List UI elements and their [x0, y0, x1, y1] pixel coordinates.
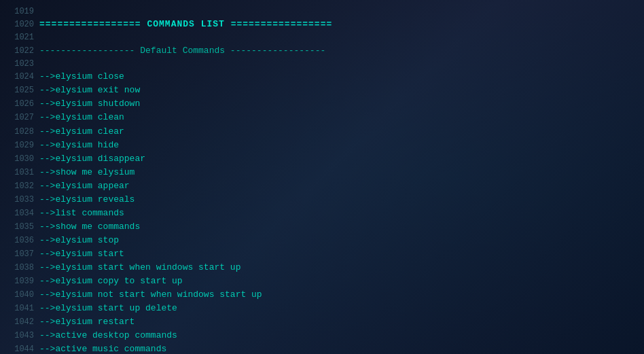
terminal-line: 1034-->list commands [8, 207, 636, 220]
terminal-line: 1025-->elysium exit now [8, 84, 636, 97]
terminal-line: 1041-->elysium start up delete [8, 302, 636, 315]
line-text: -->active music commands [39, 342, 166, 354]
line-text: -->elysium disappear [39, 152, 145, 166]
line-number: 1042 [8, 316, 34, 328]
terminal-line: 1022------------------ Default Commands … [8, 44, 636, 58]
line-number: 1023 [8, 58, 34, 70]
line-text: ================= COMMANDS LIST ========… [39, 18, 332, 31]
terminal-line: 1031-->show me elysium [8, 166, 636, 179]
lines-container: 10191020================= COMMANDS LIST … [8, 5, 636, 354]
terminal-line: 1043-->active desktop commands [8, 329, 636, 342]
terminal-line: 1021 [8, 31, 636, 43]
line-text: -->elysium shutdown [39, 97, 140, 111]
line-text: -->elysium start [39, 247, 124, 261]
line-number: 1025 [8, 84, 34, 96]
line-number: 1044 [8, 343, 34, 354]
terminal-line: 1037-->elysium start [8, 247, 636, 261]
line-text: -->elysium restart [39, 315, 135, 329]
terminal-line: 1036-->elysium stop [8, 234, 636, 247]
terminal-line: 1023 [8, 58, 636, 70]
line-number: 1040 [8, 289, 34, 301]
line-number: 1035 [8, 221, 34, 233]
terminal-line: 1019 [8, 5, 636, 18]
line-number: 1028 [8, 126, 34, 138]
line-text: -->elysium clean [39, 111, 124, 124]
terminal-line: 1027-->elysium clean [8, 111, 636, 124]
line-text: -->elysium start up delete [39, 302, 177, 315]
line-number: 1020 [8, 18, 34, 31]
terminal-line: 1033-->elysium reveals [8, 193, 636, 207]
terminal-line: 1024-->elysium close [8, 70, 636, 84]
line-number: 1034 [8, 207, 34, 219]
terminal-line: 1044-->active music commands [8, 342, 636, 354]
terminal-line: 1040-->elysium not start when windows st… [8, 288, 636, 302]
line-number: 1038 [8, 262, 34, 274]
line-text: -->elysium exit now [39, 84, 140, 97]
line-number: 1019 [8, 5, 34, 18]
line-text: -->elysium not start when windows start … [39, 288, 262, 302]
terminal-line: 1038-->elysium start when windows start … [8, 261, 636, 275]
line-number: 1030 [8, 153, 34, 165]
line-text: -->show me commands [39, 220, 140, 234]
line-number: 1021 [8, 31, 34, 43]
line-text: -->show me elysium [39, 166, 135, 179]
line-number: 1032 [8, 180, 34, 192]
line-number: 1036 [8, 234, 34, 247]
line-number: 1031 [8, 166, 34, 179]
line-text: -->elysium hide [39, 139, 119, 152]
line-number: 1022 [8, 45, 34, 57]
terminal-line: 1035-->show me commands [8, 220, 636, 234]
terminal-content: 10191020================= COMMANDS LIST … [0, 0, 644, 354]
line-number: 1033 [8, 194, 34, 206]
line-text: -->active desktop commands [39, 329, 177, 342]
terminal-line: 1029-->elysium hide [8, 139, 636, 152]
terminal-line: 1032-->elysium appear [8, 179, 636, 193]
line-number: 1043 [8, 330, 34, 342]
line-number: 1037 [8, 248, 34, 260]
line-text: -->elysium close [39, 70, 124, 84]
line-number: 1041 [8, 302, 34, 315]
line-number: 1029 [8, 139, 34, 152]
line-number: 1026 [8, 98, 34, 110]
line-text: -->elysium appear [39, 179, 130, 193]
line-text: -->elysium copy to start up [39, 275, 183, 288]
line-text: -->elysium start when windows start up [39, 261, 240, 275]
line-text: -->elysium clear [39, 125, 124, 139]
line-text: -->elysium stop [39, 234, 119, 247]
line-text: -->elysium reveals [39, 193, 135, 207]
line-number: 1024 [8, 71, 34, 83]
line-number: 1027 [8, 111, 34, 124]
line-text: ------------------ Default Commands ----… [39, 44, 325, 58]
terminal-line: 1039-->elysium copy to start up [8, 275, 636, 288]
terminal-line: 1020================= COMMANDS LIST ====… [8, 18, 636, 31]
terminal-line: 1042-->elysium restart [8, 315, 636, 329]
terminal-line: 1026-->elysium shutdown [8, 97, 636, 111]
terminal-line: 1028-->elysium clear [8, 125, 636, 139]
line-number: 1039 [8, 275, 34, 287]
terminal-line: 1030-->elysium disappear [8, 152, 636, 166]
line-text: -->list commands [39, 207, 124, 220]
